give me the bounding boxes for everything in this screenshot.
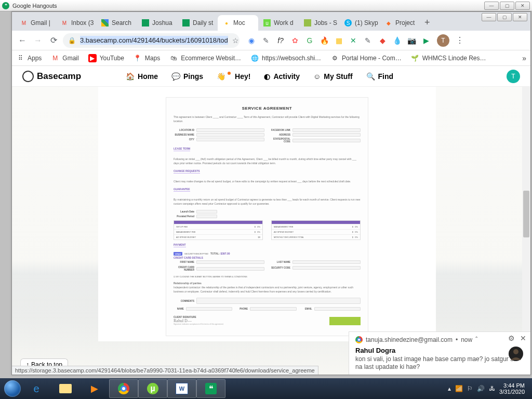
notification-close-icon[interactable]: ✕ (520, 334, 526, 342)
bookmark-favicon: ⚙ (330, 54, 339, 62)
outer-close-button[interactable]: ✕ (515, 2, 530, 10)
bookmark-item[interactable]: ⚙Portal Home - Com… (330, 54, 402, 62)
basecamp-nav-find[interactable]: 🔍Find (366, 72, 394, 81)
address-bar[interactable]: 🔒 3.basecamp.com/4291464/buckets/1609101… (63, 33, 240, 48)
browser-tab[interactable]: Daily st (177, 15, 218, 31)
network-icon[interactable]: 🖧 (489, 385, 495, 392)
bookmark-favicon: 🌱 (411, 54, 419, 62)
browser-tab[interactable]: S(1) Skyp (339, 15, 380, 31)
forward-button[interactable]: → (32, 34, 44, 47)
browser-tab[interactable]: uWork d (258, 15, 299, 31)
ext-icon-6[interactable]: 🔥 (320, 36, 329, 45)
browser-tab[interactable]: Search (96, 15, 137, 31)
tab-label: Moc (233, 19, 245, 26)
tray-arrow-icon[interactable]: ▴ (448, 385, 451, 392)
tab-label: Work d (274, 19, 294, 26)
taskbar-clock[interactable]: 3:44 PM 3/31/2020 (499, 382, 525, 395)
tab-favicon: M (61, 19, 68, 26)
profile-avatar[interactable]: T (437, 34, 449, 47)
ext-icon-7[interactable]: ▦ (334, 36, 343, 45)
ext-icon-5[interactable]: G (305, 36, 314, 45)
browser-maximize-button[interactable]: ▢ (497, 13, 512, 21)
ext-icon-8[interactable]: ✕ (349, 36, 358, 45)
volume-icon[interactable]: 🔊 (477, 385, 485, 392)
basecamp-nav-pings[interactable]: 💬Pings (171, 72, 203, 81)
taskbar-ie[interactable]: e (22, 379, 51, 398)
bookmark-item[interactable]: 🛍Ecommerce Websit… (169, 54, 241, 62)
ext-icon-2[interactable]: ✎ (261, 36, 271, 45)
new-tab-button[interactable]: + (420, 17, 434, 28)
bookmark-star-icon[interactable]: ☆ (232, 36, 239, 45)
tab-favicon: M (20, 19, 28, 26)
taskbar-explorer[interactable] (51, 379, 80, 398)
basecamp-logo[interactable]: Basecamp (22, 71, 81, 82)
ext-icon-3[interactable]: f? (276, 36, 285, 45)
doc-intro: This agreement is between Client ____ an… (174, 115, 361, 123)
bookmark-item[interactable]: 🌱WHMCS Linode Res… (411, 54, 486, 62)
doc-signature: Rahul D— (174, 318, 223, 323)
start-button[interactable] (3, 379, 22, 398)
tab-favicon (182, 19, 190, 26)
bookmark-item[interactable]: ▶YouTube (88, 54, 124, 62)
taskbar-utorrent[interactable]: µ (138, 379, 167, 398)
tab-label: Project (395, 19, 415, 26)
notification-settings-icon[interactable]: ⚙ (508, 334, 515, 342)
reload-button[interactable]: ⟳ (47, 34, 60, 47)
ext-icon-1[interactable]: ◉ (247, 36, 256, 45)
bookmarks-bar: ⠿AppsMGmail▶YouTube📍Maps🛍Ecommerce Websi… (12, 50, 530, 66)
browser-menu-button[interactable]: ⋮ (453, 35, 467, 45)
basecamp-nav-hey[interactable]: 👋Hey! (217, 72, 250, 81)
tab-label: Search (112, 19, 131, 26)
browser-tab[interactable]: MGmail | (15, 15, 56, 31)
extension-icons: ◉ ✎ f? ✿ G 🔥 ▦ ✕ ✎ ◆ 💧 📷 ▶ (247, 36, 431, 45)
browser-close-button[interactable]: ✕ (513, 13, 527, 21)
action-center-icon[interactable]: ⚐ (467, 385, 473, 392)
basecamp-header: Basecamp 🏠Home💬Pings👋Hey!◐Activity☺My St… (12, 66, 530, 87)
basecamp-avatar[interactable]: T (507, 70, 520, 83)
outer-minimize-button[interactable]: — (484, 2, 499, 10)
browser-toolbar: ← → ⟳ 🔒 3.basecamp.com/4291464/buckets/1… (12, 31, 530, 50)
browser-minimize-button[interactable]: — (482, 13, 496, 21)
browser-tab[interactable]: Joshua (137, 15, 177, 31)
status-bar: https://storage.3.basecamp.com/4291464/b… (12, 366, 318, 375)
tab-favicon (101, 19, 109, 26)
scroll-thumb[interactable] (523, 191, 529, 237)
lock-icon: 🔒 (68, 37, 76, 44)
chrome-notification[interactable]: ⚙ ✕ tanuja.shinedezine@gmail.com • now ˆ… (349, 331, 530, 375)
svg-point-1 (513, 349, 518, 354)
outer-maximize-button[interactable]: ▢ (500, 2, 514, 10)
ext-icon-13[interactable]: ▶ (421, 36, 431, 45)
doc-title: SERVICE AGREEMENT (174, 106, 361, 111)
ext-icon-4[interactable]: ✿ (290, 36, 300, 45)
ext-icon-9[interactable]: ✎ (363, 36, 373, 45)
service-agreement-document[interactable]: SERVICE AGREEMENT This agreement is betw… (166, 97, 368, 336)
browser-tab[interactable]: ●Moc (218, 15, 258, 31)
basecamp-nav-home[interactable]: 🏠Home (126, 72, 158, 81)
nav-icon: 👋 (217, 72, 225, 81)
bookmark-favicon: 📍 (134, 54, 142, 62)
browser-tab[interactable]: Jobs - S (299, 15, 339, 31)
ext-icon-11[interactable]: 💧 (392, 36, 402, 45)
bookmark-item[interactable]: 📍Maps (134, 54, 160, 62)
bookmark-item[interactable]: ⠿Apps (16, 54, 42, 62)
tab-favicon: u (263, 19, 271, 26)
back-button[interactable]: ← (16, 34, 29, 47)
bookmark-item[interactable]: 🌐https://websoch.shi… (250, 54, 321, 62)
taskbar-chrome[interactable] (109, 379, 138, 398)
chevron-up-icon[interactable]: ˆ (475, 336, 477, 343)
browser-tab[interactable]: MInbox (3 (56, 15, 96, 31)
notification-sender: Rahul Dogra (355, 347, 524, 354)
taskbar-word[interactable]: W (167, 379, 196, 398)
ext-icon-12[interactable]: 📷 (407, 36, 416, 45)
basecamp-nav-activity[interactable]: ◐Activity (264, 72, 300, 81)
taskbar-hangouts[interactable]: ❝ (196, 379, 225, 398)
basecamp-nav-mystuff[interactable]: ☺My Stuff (313, 72, 353, 81)
tab-favicon (304, 19, 311, 26)
bookmarks-overflow[interactable]: » (522, 54, 526, 62)
notification-message: kon si vali, jo last image hae base camp… (355, 355, 524, 371)
ext-icon-10[interactable]: ◆ (378, 36, 387, 45)
browser-tab[interactable]: ◆Project (380, 15, 420, 31)
wifi-icon[interactable]: 📶 (455, 385, 463, 392)
taskbar-media[interactable]: ▶ (80, 379, 109, 398)
bookmark-item[interactable]: MGmail (51, 54, 78, 62)
